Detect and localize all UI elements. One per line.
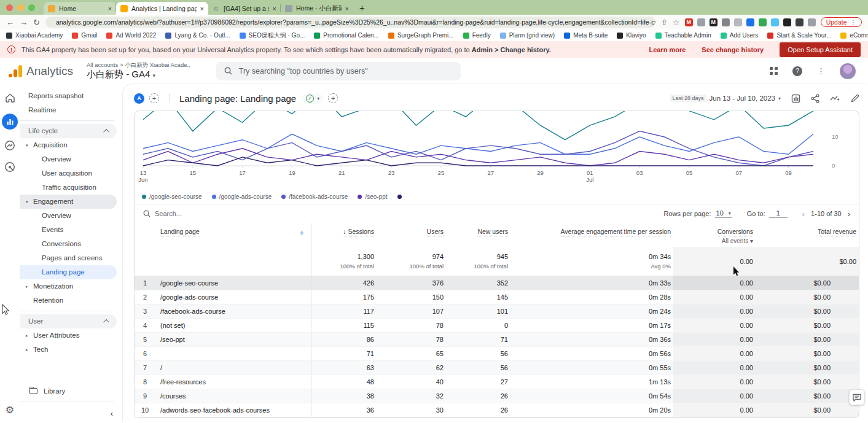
table-row[interactable]: 67165560m 56s0.00$0.00 xyxy=(135,347,859,361)
extension-icon[interactable] xyxy=(783,18,791,26)
table-row[interactable]: 4(not set)1157800m 17s0.00$0.00 xyxy=(135,319,859,333)
column-header-users[interactable]: Users xyxy=(377,223,446,247)
search-input[interactable]: Try searching "top countries by users" xyxy=(216,62,461,80)
minimize-window-icon[interactable] xyxy=(17,4,24,11)
extension-icon[interactable] xyxy=(746,18,754,26)
extension-icon[interactable] xyxy=(697,18,705,26)
sidebar-item-pages-and-screens[interactable]: Pages and screens xyxy=(20,251,123,265)
extension-icon[interactable] xyxy=(796,18,803,26)
sidebar-item-life-cycle[interactable]: Life cycle xyxy=(20,124,117,138)
table-row[interactable]: 10/adwords-seo-facebook-ads-courses36302… xyxy=(135,403,859,417)
bookmark-item[interactable]: eCommerce Case... xyxy=(840,32,868,39)
sidebar-item-user-attributes[interactable]: ▸User Attributes xyxy=(20,328,123,343)
extension-icon[interactable] xyxy=(771,18,779,26)
chevron-collapsed-icon[interactable]: ▸ xyxy=(26,343,33,357)
new-tab-button[interactable]: + xyxy=(359,2,365,13)
sidebar-item-tech[interactable]: ▸Tech xyxy=(20,343,123,357)
reload-icon[interactable]: ↻ xyxy=(33,18,40,26)
add-comparison-button[interactable]: + xyxy=(149,93,159,103)
table-row[interactable]: 2/google-ads-course1751501450m 28s0.00$0… xyxy=(135,290,859,305)
bookmark-item[interactable]: Teachable Admin xyxy=(655,32,711,39)
table-row[interactable]: 1/google-seo-course4263763520m 33s0.00$0… xyxy=(135,276,859,290)
chevron-collapsed-icon[interactable]: ▸ xyxy=(26,328,33,343)
add-report-tab-button[interactable]: + xyxy=(328,93,338,103)
sidebar-item-library[interactable]: Library xyxy=(20,384,123,398)
extension-icon[interactable] xyxy=(722,18,730,26)
reports-icon[interactable] xyxy=(2,114,18,130)
comparison-chip-a[interactable]: A xyxy=(134,93,144,104)
bookmark-item[interactable]: Gmail xyxy=(72,32,97,39)
bookmark-item[interactable]: SurgeGraph Premi... xyxy=(388,32,454,39)
column-header-sessions[interactable]: ↓ Sessions xyxy=(311,223,377,247)
column-header-revenue[interactable]: Total revenue xyxy=(756,223,859,247)
report-builder-icon[interactable] xyxy=(791,94,800,103)
account-switcher[interactable]: All accounts > 小白新势 Xiaobai Acade.. 小白新势… xyxy=(87,61,190,80)
bookmark-item[interactable]: Klaviyo xyxy=(617,32,646,39)
close-tab-icon[interactable]: × xyxy=(108,5,112,12)
sidebar-item-traffic-acquisition[interactable]: Traffic acquisition xyxy=(20,180,123,195)
edit-report-icon[interactable] xyxy=(851,94,859,103)
browser-tab[interactable]: Home× xyxy=(44,2,116,15)
close-tab-icon[interactable]: × xyxy=(200,5,204,12)
sidebar-item-user-acquisition[interactable]: User acquisition xyxy=(20,166,123,180)
next-page-icon[interactable]: › xyxy=(848,209,850,219)
sidebar-item-conversions[interactable]: Conversions xyxy=(20,237,123,251)
chevron-up-icon[interactable] xyxy=(103,319,109,325)
data-quality-button[interactable]: ✓ ▾ xyxy=(302,93,323,104)
extension-icon[interactable]: M xyxy=(685,18,693,26)
chevron-collapsed-icon[interactable]: ▸ xyxy=(26,279,33,293)
add-dimension-icon[interactable]: + xyxy=(299,228,304,238)
extension-icon[interactable]: M xyxy=(710,18,717,26)
open-setup-assistant-button[interactable]: Open Setup Assistant xyxy=(780,42,861,57)
forward-icon[interactable]: → xyxy=(20,18,28,26)
date-range-picker[interactable]: Last 28 days Jun 13 - Jul 10, 2023 ▾ xyxy=(670,95,781,102)
collapse-sidebar-icon[interactable]: ‹ xyxy=(111,409,113,418)
browser-tab[interactable]: G[GA4] Set up a scroll conversio× xyxy=(208,2,281,15)
prev-page-icon[interactable]: ‹ xyxy=(802,209,805,219)
sidebar-item-acquisition[interactable]: ▾Acquisition xyxy=(20,138,123,152)
explore-icon[interactable] xyxy=(4,140,15,151)
column-header-new-users[interactable]: New users xyxy=(446,223,510,247)
zoom-window-icon[interactable] xyxy=(28,4,35,11)
rows-per-page-select[interactable]: 10▾ xyxy=(715,209,732,218)
home-icon[interactable] xyxy=(5,93,15,103)
window-controls[interactable] xyxy=(6,0,35,15)
kebab-menu-icon[interactable]: ⋮ xyxy=(817,66,825,76)
table-row[interactable]: 9/courses3832260m 54s0.00$0.00 xyxy=(135,389,859,403)
table-search-input[interactable]: Search... xyxy=(143,210,182,217)
bookmark-star-icon[interactable]: ☆ xyxy=(673,18,680,26)
browser-tab[interactable]: Analytics | Landing page: Land× xyxy=(116,2,208,15)
bookmark-item[interactable]: Xiaobai Academy xyxy=(6,32,63,39)
chevron-up-icon[interactable] xyxy=(103,129,109,135)
browser-tab[interactable]: Home - 小白新势学院× xyxy=(281,2,353,15)
sidebar-item-engagement[interactable]: ▾Engagement xyxy=(20,195,117,209)
extension-icon[interactable] xyxy=(808,18,816,26)
sidebar-item-monetization[interactable]: ▸Monetization xyxy=(20,279,123,293)
sidebar-item-reports-snapshot[interactable]: Reports snapshot xyxy=(20,89,123,103)
bookmark-item[interactable]: SEO课程大纲 - Go... xyxy=(240,31,305,40)
chevron-expanded-icon[interactable]: ▾ xyxy=(26,195,33,209)
sidebar-item-events[interactable]: Events xyxy=(20,223,123,237)
conversions-event-filter[interactable]: All events ▾ xyxy=(676,238,753,244)
browser-menu-icon[interactable]: ⋮ xyxy=(850,18,857,26)
bookmark-item[interactable]: Add Users xyxy=(721,32,759,39)
table-row[interactable]: 8/free-resources4840271m 13s0.00$0.00 xyxy=(135,375,859,389)
bookmark-item[interactable]: Ad World 2022 xyxy=(106,32,156,39)
close-window-icon[interactable] xyxy=(6,4,13,11)
bookmark-item[interactable]: Promotional Calen... xyxy=(314,32,379,39)
back-icon[interactable]: ← xyxy=(6,18,14,26)
chrome-update-button[interactable]: Update ⋮ xyxy=(821,17,862,27)
see-change-history-link[interactable]: See change history xyxy=(702,46,764,53)
insights-icon[interactable] xyxy=(830,94,840,103)
close-tab-icon[interactable]: × xyxy=(345,5,349,12)
extension-icon[interactable] xyxy=(759,18,767,26)
bookmark-item[interactable]: Meta B-suite xyxy=(564,32,608,39)
column-header-engagement[interactable]: Average engagement time per session xyxy=(510,223,673,247)
feedback-button[interactable] xyxy=(849,389,865,405)
bookmark-item[interactable]: Start & Scale Your... xyxy=(767,32,831,39)
goto-page-input[interactable]: 1 xyxy=(769,209,788,218)
advertising-icon[interactable] xyxy=(4,161,15,173)
learn-more-link[interactable]: Learn more xyxy=(649,46,686,53)
sidebar-item-overview[interactable]: Overview xyxy=(20,209,123,223)
bookmark-item[interactable]: Feedly xyxy=(463,32,491,39)
